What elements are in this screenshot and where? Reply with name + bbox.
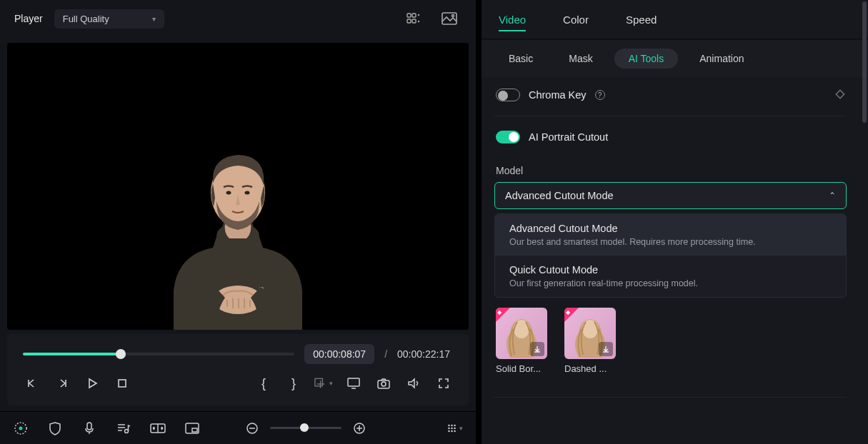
chroma-key-row: Chroma Key ? [482,77,859,113]
svg-rect-26 [87,423,91,430]
stop-button[interactable] [113,374,131,393]
svg-rect-34 [192,428,197,432]
svg-point-4 [418,14,419,16]
svg-point-9 [226,191,231,195]
display-button[interactable] [344,374,363,393]
player-controls: 00:00:08:07 / 00:00:22:17 { } ▾ [7,334,469,405]
ai-portrait-cutout-toggle[interactable] [496,131,520,143]
inspector-panel: Video Color Speed Basic Mask AI Tools An… [482,0,868,444]
music-list-icon[interactable] [116,420,131,436]
diamond-icon: ◆ [497,309,502,316]
preset-label: Dashed ... [564,363,617,374]
player-label: Player [14,13,43,24]
tab-video[interactable]: Video [499,9,526,31]
prev-frame-button[interactable] [23,374,41,393]
mark-in-icon[interactable]: { [254,374,273,393]
svg-point-50 [514,320,529,338]
shield-icon[interactable] [47,420,63,436]
svg-point-41 [451,424,452,425]
chevron-up-icon: ⌃ [829,191,836,201]
preset-solid-border[interactable]: ◆ Solid Bor... [496,308,549,374]
diamond-icon: ◆ [566,309,570,316]
model-dropdown-menu: Advanced Cutout Mode Our best and smarte… [494,213,847,298]
chevron-down-icon: ▾ [152,15,156,23]
svg-point-42 [454,424,455,425]
model-option-advanced[interactable]: Advanced Cutout Mode Our best and smarte… [495,214,846,256]
svg-point-45 [454,427,455,428]
player-header: Player Full Quality ▾ [0,0,476,37]
download-icon [599,342,613,356]
tab-color[interactable]: Color [563,9,589,30]
sub-tabs: Basic Mask AI Tools Animation [482,40,868,77]
svg-point-40 [448,424,449,425]
top-tabs: Video Color Speed [482,0,868,40]
subtab-ai-tools[interactable]: AI Tools [614,49,679,69]
svg-rect-3 [412,19,416,23]
svg-rect-49 [836,90,844,98]
help-icon[interactable]: ? [595,90,605,100]
svg-rect-0 [407,14,411,17]
keyframe-diamond-icon[interactable] [835,89,845,101]
crop-menu-button[interactable]: ▾ [314,374,333,393]
tab-speed[interactable]: Speed [626,9,657,30]
preset-thumb: ◆ [564,308,616,359]
panel-body: Chroma Key ? AI Portrait Cutout Model Ad… [482,77,868,444]
ai-portrait-cutout-row: AI Portrait Cutout [482,119,859,155]
svg-point-43 [448,427,449,428]
pip-icon[interactable] [184,420,200,436]
image-icon[interactable] [437,9,462,29]
svg-point-25 [19,426,23,430]
svg-point-10 [245,191,250,195]
subtab-basic[interactable]: Basic [494,49,547,69]
play-button[interactable] [83,374,101,393]
preset-dashed-border[interactable]: ◆ Dashed ... [564,308,617,374]
view-options-button[interactable]: ▾ [447,420,463,436]
chroma-key-label: Chroma Key [529,89,587,101]
subtab-animation[interactable]: Animation [685,49,758,69]
svg-rect-2 [407,19,411,23]
volume-button[interactable] [404,374,423,393]
svg-point-7 [452,15,454,17]
preset-label: Solid Bor... [496,363,549,374]
svg-point-51 [582,320,598,338]
subtab-mask[interactable]: Mask [554,49,607,69]
time-current[interactable]: 00:00:08:07 [304,344,374,364]
next-frame-button[interactable] [53,374,71,393]
svg-point-44 [451,427,452,428]
snapshot-button[interactable] [374,374,393,393]
quality-select[interactable]: Full Quality ▾ [54,9,164,29]
model-section-label: Model [482,155,859,182]
svg-rect-16 [119,380,126,387]
model-option-quick[interactable]: Quick Cutout Mode Our first generation r… [495,256,846,297]
seek-bar[interactable] [23,348,294,360]
portrait-cutout-subject [145,116,331,330]
model-option-title: Quick Cutout Mode [509,264,832,276]
mark-out-icon[interactable]: } [284,374,303,393]
microphone-icon[interactable] [81,420,97,436]
svg-rect-20 [348,378,359,386]
split-screen-icon[interactable] [150,420,166,436]
model-selected-value: Advanced Cutout Mode [505,190,614,201]
stroke-presets: ◆ Solid Bor... ◆ Dashed ... [482,298,859,384]
quality-value: Full Quality [63,14,109,24]
zoom-slider[interactable] [270,427,341,429]
svg-rect-1 [412,14,416,17]
chroma-key-toggle[interactable] [496,89,520,101]
svg-point-47 [451,430,452,431]
scrollbar[interactable] [862,1,867,443]
svg-point-48 [454,430,455,431]
timeline-toolbar: ▾ [0,411,476,444]
grid-view-icon[interactable] [401,9,426,29]
video-preview[interactable] [7,43,469,330]
zoom-in-button[interactable] [351,420,367,436]
model-dropdown[interactable]: Advanced Cutout Mode ⌃ [494,182,847,209]
preset-thumb: ◆ [496,308,547,359]
time-separator: / [384,348,387,360]
svg-point-5 [418,21,419,22]
player-panel: Player Full Quality ▾ [0,0,476,444]
color-wheel-icon[interactable] [13,420,29,436]
svg-point-46 [448,430,449,431]
zoom-out-button[interactable] [244,420,260,436]
fullscreen-button[interactable] [434,374,453,393]
svg-point-23 [381,382,386,386]
